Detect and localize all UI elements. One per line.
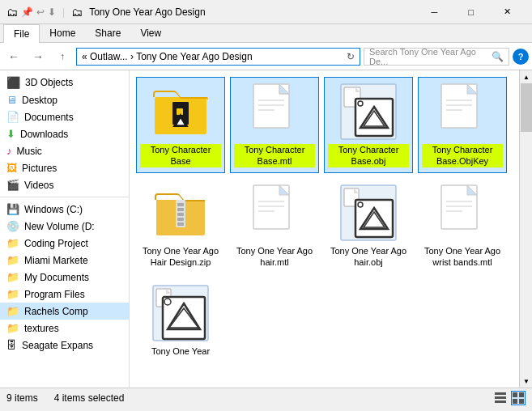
file-label: Tony Character Base <box>140 144 221 167</box>
file-label: Tony One Year Ago Hair Design.zip <box>140 245 221 269</box>
folder-textures-icon: 📁 <box>6 322 19 334</box>
drive-ext-icon: 💿 <box>6 220 19 232</box>
file-icon-objkey <box>433 83 492 141</box>
svg-rect-20 <box>177 203 184 206</box>
tab-file[interactable]: File <box>3 24 40 43</box>
scrollbar-vertical[interactable]: ▲ ▼ <box>519 70 532 388</box>
pictures-icon: 🖼 <box>6 162 17 174</box>
file-item-hair-mtl[interactable]: Tony One Year Ago hair.mtl <box>230 178 319 274</box>
up-button[interactable]: ↑ <box>52 46 73 67</box>
file-item-wristbands-mtl[interactable]: Tony One Year Ago wrist bands.mtl <box>418 178 507 274</box>
sidebar-label: Documents <box>24 112 74 123</box>
sidebar-item-seagate[interactable]: 🗄 Seagate Expans <box>0 337 129 354</box>
sidebar-label: Desktop <box>22 95 57 106</box>
forward-button[interactable]: → <box>28 46 49 67</box>
sidebar-item-music[interactable]: ♪ Music <box>0 142 129 159</box>
folder-nav-icon: 🗂 <box>71 6 83 19</box>
back-button[interactable]: ← <box>3 46 24 67</box>
sidebar-item-downloads[interactable]: ⬇ Downloads <box>0 125 129 142</box>
sidebar-item-videos[interactable]: 🎬 Videos <box>0 176 129 193</box>
scroll-up-arrow[interactable]: ▲ <box>520 70 532 83</box>
tab-share[interactable]: Share <box>85 24 130 42</box>
close-button[interactable]: ✕ <box>489 0 526 24</box>
file-icon-document <box>245 83 304 141</box>
properties-icon[interactable]: ⬇ <box>48 6 56 18</box>
title-separator: | <box>62 6 65 18</box>
sidebar: ⬛ 3D Objects 🖥 Desktop 📄 Documents ⬇ Dow… <box>0 70 130 388</box>
file-item-tony-one-year[interactable]: Tony One Year <box>136 278 225 362</box>
folder-programs-icon: 📁 <box>6 288 19 300</box>
sidebar-divider-1 <box>0 197 129 197</box>
folder-coding-icon: 📁 <box>6 237 19 249</box>
details-view-button[interactable] <box>493 391 508 405</box>
sidebar-item-miami[interactable]: 📁 Miami Markete <box>0 252 129 269</box>
sidebar-item-pictures[interactable]: 🖼 Pictures <box>0 159 129 176</box>
help-button[interactable]: ? <box>513 49 529 65</box>
svg-rect-48 <box>513 392 517 397</box>
file-item-tony-char-base-objkey[interactable]: Tony Character Base.ObjKey <box>418 77 507 173</box>
sidebar-item-desktop[interactable]: 🖥 Desktop <box>0 91 129 108</box>
sidebar-label: Windows (C:) <box>24 204 83 215</box>
sidebar-item-my-docs[interactable]: 📁 My Documents <box>0 269 129 286</box>
file-icon-large-obj <box>151 284 210 342</box>
desktop-icon: 🖥 <box>6 94 17 106</box>
address-bar: ← → ↑ « Outlaw... › Tony One Year Ago De… <box>0 43 532 70</box>
file-icon-zip <box>151 184 210 242</box>
search-placeholder: Search Tony One Year Ago De... <box>369 47 492 66</box>
file-item-tony-char-base[interactable]: Tony Character Base <box>136 77 225 173</box>
file-icon-wristbands <box>433 184 492 242</box>
sidebar-item-program-files[interactable]: 📁 Program Files <box>0 286 129 303</box>
sidebar-label: 3D Objects <box>25 77 73 88</box>
undo-icon[interactable]: ↩ <box>36 6 45 18</box>
svg-rect-45 <box>495 392 506 395</box>
documents-icon: 📄 <box>6 111 19 123</box>
folder-mydocs-icon: 📁 <box>6 271 19 283</box>
sidebar-item-documents[interactable]: 📄 Documents <box>0 108 129 125</box>
refresh-icon[interactable]: ↻ <box>347 51 355 62</box>
quick-access-icon[interactable]: 📌 <box>21 6 33 18</box>
svg-rect-51 <box>519 399 524 404</box>
file-item-tony-char-base-obj[interactable]: Tony Character Base.obj <box>324 77 413 173</box>
tab-view[interactable]: View <box>130 24 171 42</box>
file-item-hair-zip[interactable]: Tony One Year Ago Hair Design.zip <box>136 178 225 274</box>
window-title: Tony One Year Ago Design <box>89 6 205 18</box>
videos-icon: 🎬 <box>6 179 19 191</box>
file-label: Tony Character Base.obj <box>328 144 409 167</box>
file-icon-mtl <box>245 184 304 242</box>
svg-rect-47 <box>495 400 506 403</box>
ribbon: File Home Share View <box>0 24 532 43</box>
maximize-button[interactable]: □ <box>453 0 489 24</box>
search-icon: 🔍 <box>492 51 504 62</box>
item-count: 9 items <box>6 392 38 404</box>
scroll-thumb[interactable] <box>521 83 532 132</box>
main-layout: ⬛ 3D Objects 🖥 Desktop 📄 Documents ⬇ Dow… <box>0 70 532 388</box>
sidebar-item-windows-c[interactable]: 💾 Windows (C:) <box>0 201 129 218</box>
sidebar-item-coding[interactable]: 📁 Coding Project <box>0 235 129 252</box>
sidebar-item-rachels[interactable]: 📁 Rachels Comp <box>0 303 129 320</box>
file-item-hair-obj[interactable]: Tony One Year Ago hair.obj <box>324 178 413 274</box>
svg-rect-46 <box>495 396 506 399</box>
window-menu-icon[interactable]: 🗂 <box>6 6 18 19</box>
file-icon-obj <box>339 83 398 141</box>
search-box[interactable]: Search Tony One Year Ago De... 🔍 <box>364 48 509 66</box>
selected-count: 4 items selected <box>54 392 125 404</box>
music-icon: ♪ <box>6 145 12 157</box>
sidebar-label: textures <box>24 323 59 334</box>
sidebar-item-textures[interactable]: 📁 textures <box>0 320 129 337</box>
sidebar-label: Music <box>17 146 42 157</box>
seagate-icon: 🗄 <box>6 339 17 351</box>
file-item-tony-char-base-mtl[interactable]: Tony Character Base.mtl <box>230 77 319 173</box>
file-label: Tony One Year Ago wrist bands.mtl <box>422 245 503 269</box>
large-icons-view-button[interactable] <box>511 391 526 405</box>
address-path[interactable]: « Outlaw... › Tony One Year Ago Design ↻ <box>76 48 360 66</box>
minimize-button[interactable]: ─ <box>416 0 453 24</box>
tab-home[interactable]: Home <box>40 24 85 42</box>
svg-rect-50 <box>513 399 517 404</box>
title-bar-icons: 🗂 📌 ↩ ⬇ | 🗂 <box>6 6 83 19</box>
sidebar-label: Videos <box>24 180 53 191</box>
sidebar-label: My Documents <box>24 272 89 283</box>
scroll-down-arrow[interactable]: ▼ <box>520 375 532 388</box>
sidebar-item-3d-objects[interactable]: ⬛ 3D Objects <box>0 74 129 91</box>
svg-rect-23 <box>177 218 184 221</box>
sidebar-item-new-volume[interactable]: 💿 New Volume (D: <box>0 218 129 235</box>
